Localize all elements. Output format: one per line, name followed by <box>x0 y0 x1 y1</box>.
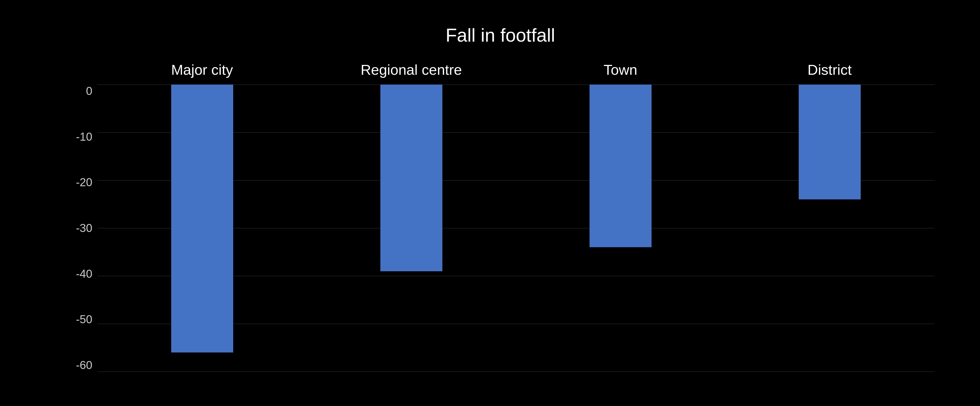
y-tick-40: -40 <box>67 267 98 280</box>
y-tick-30: -30 <box>67 222 98 235</box>
y-tick-50: -50 <box>67 313 98 326</box>
y-tick-10: -10 <box>67 130 98 143</box>
chart-area: Major city Regional centre Town District… <box>67 61 934 372</box>
bar-district <box>799 85 861 199</box>
plot-area: 0 -10 -20 -30 -40 -50 -60 <box>98 85 934 372</box>
bar-regional-centre <box>380 85 442 271</box>
label-district: District <box>725 61 934 85</box>
y-axis: 0 -10 -20 -30 -40 -50 -60 <box>67 85 98 372</box>
y-tick-0: 0 <box>67 85 98 98</box>
bar-major-city <box>171 85 233 352</box>
category-labels: Major city Regional centre Town District <box>98 61 934 85</box>
bars-row <box>98 85 934 372</box>
chart-container: Fall in footfall Major city Regional cen… <box>25 9 955 397</box>
bar-town <box>590 85 652 247</box>
label-town: Town <box>516 61 725 85</box>
label-regional-centre: Regional centre <box>307 61 516 85</box>
y-tick-20: -20 <box>67 176 98 189</box>
bar-group-major-city <box>98 85 307 372</box>
y-tick-60: -60 <box>67 359 98 372</box>
bar-group-regional-centre <box>307 85 516 372</box>
label-major-city: Major city <box>98 61 307 85</box>
bar-group-town <box>516 85 725 372</box>
chart-title: Fall in footfall <box>67 25 934 46</box>
bar-group-district <box>725 85 934 372</box>
